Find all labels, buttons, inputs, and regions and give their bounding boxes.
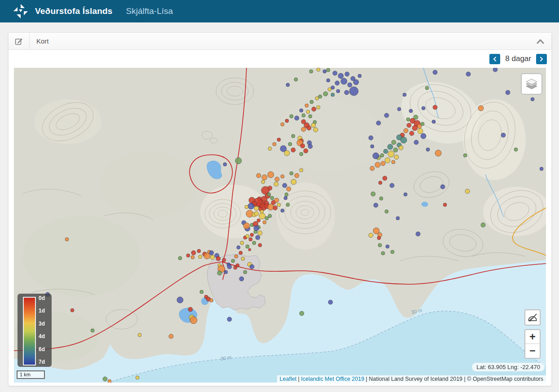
quake-marker[interactable] (353, 79, 359, 85)
quake-marker[interactable] (248, 203, 254, 209)
quake-marker[interactable] (370, 166, 374, 171)
quake-marker[interactable] (349, 87, 358, 96)
quake-marker[interactable] (418, 128, 423, 134)
quake-marker[interactable] (375, 162, 380, 167)
quake-marker[interactable] (308, 144, 313, 149)
quake-marker[interactable] (234, 255, 238, 258)
quake-marker[interactable] (243, 223, 250, 229)
quake-marker[interactable] (282, 183, 287, 188)
quake-marker[interactable] (258, 231, 262, 235)
quake-marker[interactable] (285, 119, 289, 123)
quake-marker[interactable] (254, 211, 259, 216)
quake-marker[interactable] (379, 197, 383, 200)
quake-marker[interactable] (421, 133, 426, 139)
quake-marker[interactable] (381, 161, 385, 166)
quake-marker[interactable] (284, 150, 290, 156)
quake-marker[interactable] (306, 110, 310, 114)
quake-marker[interactable] (291, 179, 296, 185)
map-canvas[interactable]: 30 m 30 m + − Lat (14, 68, 546, 383)
quake-marker[interactable] (169, 334, 173, 339)
quake-marker[interactable] (390, 183, 394, 188)
quake-marker[interactable] (273, 206, 277, 210)
quake-marker[interactable] (401, 137, 407, 143)
quake-marker[interactable] (254, 206, 259, 211)
quake-marker[interactable] (254, 225, 259, 231)
quake-marker[interactable] (274, 198, 279, 203)
edit-button[interactable] (9, 33, 30, 49)
quake-marker[interactable] (186, 254, 190, 257)
quake-marker[interactable] (310, 100, 313, 104)
quake-marker[interactable] (466, 72, 471, 76)
quake-marker[interactable] (216, 256, 220, 261)
quake-marker[interactable] (326, 68, 330, 72)
quake-marker[interactable] (263, 220, 266, 224)
quake-marker[interactable] (348, 83, 352, 87)
quake-marker[interactable] (188, 307, 193, 312)
quake-marker[interactable] (404, 193, 407, 196)
quake-marker[interactable] (493, 68, 497, 72)
quake-marker[interactable] (250, 264, 254, 269)
quake-marker[interactable] (223, 163, 227, 166)
quake-marker[interactable] (248, 248, 251, 251)
quake-marker[interactable] (412, 125, 418, 131)
quake-marker[interactable] (381, 251, 385, 255)
quake-marker[interactable] (246, 234, 249, 238)
quake-marker[interactable] (383, 149, 388, 154)
quake-marker[interactable] (388, 151, 394, 157)
quake-marker[interactable] (235, 158, 242, 164)
quake-marker[interactable] (399, 145, 403, 150)
quake-marker[interactable] (268, 147, 272, 150)
quake-marker[interactable] (376, 121, 381, 125)
quake-marker[interactable] (275, 177, 279, 181)
quake-marker[interactable] (295, 116, 299, 120)
quake-marker[interactable] (331, 93, 335, 97)
quake-marker[interactable] (317, 68, 320, 71)
quake-marker[interactable] (397, 107, 401, 111)
quake-marker[interactable] (425, 86, 429, 90)
quake-marker[interactable] (416, 232, 420, 236)
quake-marker[interactable] (227, 317, 232, 322)
quake-marker[interactable] (414, 140, 418, 145)
quake-marker[interactable] (259, 213, 265, 219)
quake-marker[interactable] (406, 118, 410, 121)
next-days-button[interactable] (536, 54, 547, 64)
quake-marker[interactable] (506, 90, 510, 95)
quake-marker[interactable] (345, 72, 349, 76)
quake-marker[interactable] (335, 81, 339, 85)
quake-marker[interactable] (312, 107, 316, 111)
quake-marker[interactable] (178, 256, 182, 260)
quake-marker[interactable] (396, 216, 400, 220)
quake-marker[interactable] (250, 233, 254, 237)
quake-marker[interactable] (136, 376, 139, 379)
quake-marker[interactable] (252, 241, 256, 245)
quake-marker[interactable] (227, 264, 232, 269)
quake-marker[interactable] (344, 90, 349, 95)
quake-marker[interactable] (239, 251, 242, 255)
quake-marker[interactable] (209, 251, 214, 255)
quake-marker[interactable] (210, 299, 213, 302)
quake-marker[interactable] (386, 245, 389, 248)
layers-control[interactable] (521, 73, 542, 95)
quake-marker[interactable] (273, 142, 276, 146)
quake-marker[interactable] (294, 78, 298, 81)
quake-marker[interactable] (286, 203, 290, 207)
quake-marker[interactable] (197, 249, 201, 253)
quake-marker[interactable] (281, 123, 284, 126)
quake-marker[interactable] (317, 106, 320, 109)
quake-marker[interactable] (262, 175, 267, 180)
quake-marker[interactable] (403, 93, 406, 97)
quake-marker[interactable] (385, 158, 390, 163)
quake-marker[interactable] (328, 88, 331, 91)
quake-marker[interactable] (308, 115, 312, 118)
quake-marker[interactable] (290, 172, 293, 175)
quake-marker[interactable] (374, 203, 378, 207)
quake-marker[interactable] (407, 123, 411, 128)
quake-marker[interactable] (300, 144, 305, 148)
quake-marker[interactable] (191, 255, 194, 259)
quake-marker[interactable] (103, 377, 107, 381)
quake-marker[interactable] (299, 311, 304, 316)
quake-marker[interactable] (198, 255, 202, 259)
quake-marker[interactable] (392, 140, 396, 145)
quake-marker[interactable] (384, 113, 389, 118)
quake-marker[interactable] (246, 245, 249, 248)
